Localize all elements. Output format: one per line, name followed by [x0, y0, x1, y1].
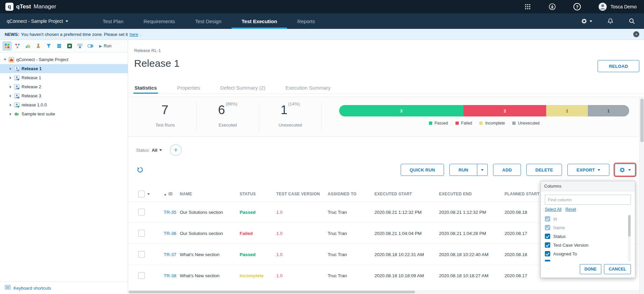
tree-item-release-1-b[interactable]: Release 1	[0, 73, 128, 82]
user-name: Tosca Demo	[610, 4, 637, 9]
column-option-name[interactable]: Name	[545, 223, 626, 232]
toggle-icon[interactable]	[86, 42, 95, 50]
caret-collapsed-icon[interactable]	[9, 86, 12, 88]
nav-item-reports[interactable]: Reports	[287, 13, 325, 29]
tree-item-release-1-0-0[interactable]: release 1.0.0	[0, 100, 128, 109]
row-checkbox[interactable]	[138, 251, 145, 258]
reload-button[interactable]: RELOAD	[598, 60, 639, 72]
tree-item-release-2[interactable]: Release 2	[0, 82, 128, 91]
row-checkbox[interactable]	[138, 209, 145, 215]
column-header-executed-start[interactable]: EXECUTED START	[374, 192, 439, 196]
tree-item-sample-test-suite[interactable]: Sample test suite	[0, 109, 128, 118]
data-stack-icon[interactable]	[55, 42, 64, 50]
column-option-id[interactable]: Id	[545, 214, 626, 223]
column-option-partial[interactable]	[545, 258, 626, 261]
column-header-status[interactable]: STATUS	[240, 192, 276, 196]
column-header-name[interactable]: NAME	[180, 192, 240, 196]
checkbox-checked-disabled[interactable]	[545, 216, 550, 222]
delete-button[interactable]: DELETE	[526, 164, 562, 176]
nav-item-test-execution[interactable]: Test Execution	[232, 13, 287, 29]
run-id-link[interactable]: TR-36	[164, 231, 176, 236]
tree-item-release-3[interactable]: Release 3	[0, 91, 128, 100]
select-all-link[interactable]: Select All	[545, 207, 561, 212]
stacked-status-bar: 3 2 1 1	[339, 105, 629, 116]
settings-gear-icon[interactable]	[581, 18, 592, 24]
run-id-link[interactable]: TR-37	[164, 252, 176, 257]
column-option-assigned-to[interactable]: Assigned To	[545, 249, 626, 258]
popover-scrollbar-thumb[interactable]	[628, 215, 631, 237]
done-button[interactable]: DONE	[580, 264, 601, 274]
test-tube-icon[interactable]	[34, 42, 43, 50]
stat-unexecuted: 1(14%) Unexecuted	[259, 102, 322, 133]
reset-link[interactable]: Reset	[565, 207, 576, 212]
column-header-test-case-version[interactable]: TEST CASE VERSION	[276, 192, 328, 196]
column-option-status[interactable]: Status	[545, 232, 626, 241]
checkbox-checked[interactable]	[545, 260, 550, 261]
nav-item-requirements[interactable]: Requirements	[133, 13, 185, 29]
select-menu-caret-icon[interactable]	[147, 193, 150, 195]
caret-collapsed-icon[interactable]	[9, 113, 12, 115]
run-dropdown-button[interactable]	[477, 164, 488, 176]
column-header-executed-end[interactable]: EXECUTED END	[439, 192, 505, 196]
news-here-link[interactable]: here	[129, 32, 138, 37]
hierarchy-icon[interactable]	[13, 42, 22, 50]
caret-collapsed-icon[interactable]	[9, 95, 12, 97]
tree-item-qconnect-sample-project[interactable]: qConnect - Sample Project	[0, 55, 128, 64]
row-checkbox[interactable]	[138, 272, 145, 279]
add-filter-button[interactable]: +	[170, 144, 182, 156]
filter-icon[interactable]	[44, 42, 53, 50]
column-header-id[interactable]: ▲ID	[164, 192, 180, 196]
export-button[interactable]: EXPORT	[567, 164, 609, 176]
select-all-checkbox[interactable]	[138, 191, 145, 197]
vertical-scrollbar-thumb[interactable]	[640, 99, 644, 142]
tab-defect-summary[interactable]: Defect Summary (2)	[219, 82, 266, 94]
components-icon[interactable]	[76, 42, 84, 50]
run-id-link[interactable]: TR-35	[164, 210, 176, 215]
chart-icon[interactable]	[24, 42, 32, 50]
tab-properties[interactable]: Properties	[176, 82, 201, 94]
legend-label: Failed	[461, 121, 472, 126]
nav-item-test-plan[interactable]: Test Plan	[92, 13, 133, 29]
caret-collapsed-icon[interactable]	[9, 67, 12, 70]
caret-collapsed-icon[interactable]	[9, 77, 12, 79]
help-icon[interactable]: ?	[573, 3, 581, 10]
news-close-icon[interactable]: ×	[633, 31, 639, 37]
tree-item-release-1[interactable]: Release 1	[0, 64, 128, 73]
caret-expanded-icon[interactable]	[3, 59, 7, 60]
tab-execution-summary[interactable]: Execution Summary	[284, 82, 331, 94]
run-grid-button[interactable]: RUN	[449, 164, 477, 176]
stat-value: 1	[281, 103, 288, 117]
legend-swatch	[455, 121, 459, 125]
apps-grid-icon[interactable]	[524, 3, 531, 10]
horizontal-scrollbar-thumb[interactable]	[129, 291, 415, 293]
tab-statistics[interactable]: Statistics	[133, 82, 158, 94]
column-header-assigned-to[interactable]: ASSIGNED TO	[328, 192, 374, 196]
test-suite-icon	[14, 111, 19, 117]
grid-icon[interactable]	[3, 42, 11, 50]
run-id-link[interactable]: TR-38	[164, 273, 176, 278]
download-icon[interactable]	[549, 3, 556, 10]
checkbox-checked[interactable]	[545, 251, 550, 256]
project-selector[interactable]: qConnect - Sample Project	[0, 13, 75, 29]
checkbox-checked-disabled[interactable]	[545, 225, 550, 230]
search-icon[interactable]	[629, 18, 635, 24]
row-checkbox[interactable]	[138, 230, 145, 237]
quick-run-button[interactable]: QUICK RUN	[401, 164, 444, 176]
user-menu[interactable]: Tosca Demo	[598, 2, 637, 11]
legend-swatch	[429, 121, 432, 125]
cancel-button[interactable]: CANCEL	[604, 264, 631, 274]
status-filter[interactable]: All	[152, 148, 162, 153]
checkbox-checked[interactable]	[545, 234, 550, 239]
run-button[interactable]: ▶ Run	[99, 44, 111, 48]
column-settings-gear-button[interactable]	[615, 164, 635, 176]
checkbox-checked[interactable]	[545, 242, 550, 248]
column-option-test-case-version[interactable]: Test Case Version	[545, 241, 626, 249]
find-column-input[interactable]	[545, 195, 631, 205]
nav-item-test-design[interactable]: Test Design	[185, 13, 231, 29]
keyboard-shortcuts-link[interactable]: Keyboard shortcuts	[13, 286, 51, 291]
add-button[interactable]: ADD	[493, 164, 521, 176]
caret-collapsed-icon[interactable]	[9, 104, 12, 106]
notifications-bell-icon[interactable]	[607, 18, 614, 24]
refresh-icon[interactable]	[137, 166, 144, 173]
excel-export-icon[interactable]	[65, 42, 74, 50]
